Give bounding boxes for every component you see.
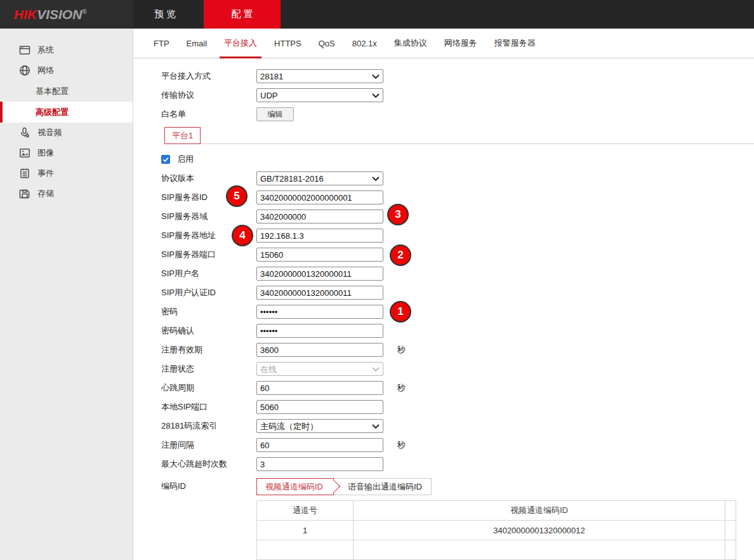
- network-icon: [19, 65, 30, 76]
- sip-username-label: SIP用户名: [161, 268, 256, 279]
- tab-qos[interactable]: QoS: [319, 29, 335, 58]
- sip-server-domain-input[interactable]: [256, 210, 383, 223]
- sip-server-address-input[interactable]: [256, 229, 383, 243]
- sip-server-port-input[interactable]: [256, 248, 383, 262]
- logo-hik: HIK: [14, 7, 37, 22]
- stream-index-28181-label: 28181码流索引: [161, 420, 256, 432]
- tab-email[interactable]: Email: [187, 29, 208, 58]
- sidebar-item-storage[interactable]: 存储: [0, 183, 133, 204]
- sidebar-item-label: 系统: [37, 44, 54, 56]
- sidebar-item-system[interactable]: 系统: [0, 40, 133, 60]
- tab-alarm-server[interactable]: 报警服务器: [494, 29, 536, 58]
- sidebar-item-label: 网络: [37, 65, 54, 76]
- heartbeat-interval-label: 心跳周期: [161, 382, 256, 394]
- table-row[interactable]: 1 34020000001320000012: [257, 521, 736, 540]
- spacer-cell: [725, 521, 736, 540]
- whitelist-edit-button[interactable]: 编辑: [256, 107, 294, 121]
- tab-8021x[interactable]: 802.1x: [352, 29, 377, 58]
- sidebar-item-image[interactable]: 图像: [0, 143, 133, 163]
- sip-server-id-input[interactable]: [256, 190, 383, 204]
- register-validity-input[interactable]: [256, 343, 383, 357]
- sidebar-item-basic-config[interactable]: 基本配置: [0, 81, 133, 102]
- annotation-badge-1: 1: [390, 301, 411, 323]
- annotation-badge-4: 4: [232, 225, 253, 246]
- hikvision-config-page: HIKVISION® 预 览 配 置 系统 网络 基本配置 高级配置 视音频 图…: [0, 0, 754, 560]
- encode-id-tabs: 视频通道编码ID 语音输出通道编码ID: [256, 478, 432, 495]
- whitelist-label: 白名单: [161, 109, 256, 120]
- channel-no-cell: [257, 540, 354, 560]
- sip-username-input[interactable]: [256, 267, 383, 281]
- enable-checkbox[interactable]: [161, 155, 170, 164]
- sidebar-item-audio-video[interactable]: 视音频: [0, 123, 133, 143]
- table-row[interactable]: [257, 540, 736, 560]
- sip-user-auth-id-input[interactable]: [256, 286, 383, 300]
- register-interval-label: 注册间隔: [161, 439, 256, 451]
- top-bar: HIKVISION® 预 览 配 置: [0, 0, 754, 29]
- annotation-badge-5: 5: [226, 185, 248, 207]
- channel-no-header: 通道号: [257, 501, 354, 521]
- tab-audio-output-channel-encode-id[interactable]: 语音输出通道编码ID: [333, 478, 432, 495]
- tab-platform-access[interactable]: 平台接入: [224, 29, 257, 58]
- register-interval-input[interactable]: [256, 438, 383, 452]
- audio-video-icon: [19, 127, 30, 138]
- tab-https[interactable]: HTTPS: [274, 29, 301, 58]
- tab-network-service[interactable]: 网络服务: [444, 29, 477, 58]
- sidebar-item-label: 事件: [37, 168, 54, 179]
- password-label: 密码: [161, 306, 256, 317]
- register-status-select: 在线: [256, 362, 383, 376]
- sidebar-item-network[interactable]: 网络: [0, 60, 133, 81]
- logo-vision: VISION: [37, 7, 82, 22]
- tab-platform-1[interactable]: 平台1: [164, 127, 201, 144]
- sip-server-port-label: SIP服务器端口: [161, 249, 256, 260]
- settings-tabbar: FTP Email 平台接入 HTTPS QoS 802.1x 集成协议 网络服…: [134, 29, 754, 58]
- event-icon: [19, 168, 30, 179]
- password-input[interactable]: [256, 305, 383, 319]
- logo-section: HIKVISION®: [0, 0, 133, 29]
- spacer-cell: [725, 540, 736, 560]
- sip-server-domain-label: SIP服务器域: [161, 211, 256, 222]
- platform-access-form: 平台接入方式 28181 传输协议 UDP 白名单 编辑 平台1: [134, 58, 754, 560]
- password-confirm-label: 密码确认: [161, 325, 256, 337]
- annotation-badge-3: 3: [387, 204, 409, 225]
- main-content: FTP Email 平台接入 HTTPS QoS 802.1x 集成协议 网络服…: [134, 29, 754, 560]
- platform-access-mode-label: 平台接入方式: [161, 70, 256, 82]
- sip-user-auth-id-label: SIP用户认证ID: [161, 287, 256, 298]
- top-tab-preview[interactable]: 预 览: [134, 0, 196, 29]
- tab-ftp[interactable]: FTP: [154, 29, 169, 58]
- transport-protocol-label: 传输协议: [161, 90, 256, 101]
- hikvision-logo: HIKVISION®: [14, 7, 87, 22]
- stream-index-28181-select[interactable]: 主码流（定时）: [256, 419, 383, 433]
- tab-video-channel-encode-id[interactable]: 视频通道编码ID: [256, 478, 334, 495]
- max-heartbeat-timeouts-input[interactable]: [256, 457, 383, 471]
- image-icon: [19, 147, 30, 159]
- local-sip-port-label: 本地SIP端口: [161, 401, 256, 413]
- sidebar-item-label: 基本配置: [36, 86, 69, 97]
- sidebar-item-event[interactable]: 事件: [0, 163, 133, 183]
- register-validity-label: 注册有效期: [161, 344, 256, 356]
- video-channel-encode-id-cell: [354, 540, 725, 560]
- encode-id-table: 通道号 视频通道编码ID 1 34020000001320000012: [256, 500, 754, 560]
- registered-mark: ®: [82, 8, 86, 15]
- spacer-header: [725, 501, 736, 521]
- heartbeat-interval-input[interactable]: [256, 381, 383, 395]
- register-status-label: 注册状态: [161, 363, 256, 375]
- platform-tab-row: 平台1: [161, 127, 754, 144]
- heartbeat-interval-unit: 秒: [397, 382, 406, 394]
- sidebar-item-label: 图像: [37, 147, 54, 159]
- local-sip-port-input[interactable]: [256, 400, 383, 414]
- register-interval-unit: 秒: [397, 439, 406, 451]
- protocol-version-select[interactable]: GB/T28181-2016: [256, 171, 383, 185]
- platform-access-mode-select[interactable]: 28181: [256, 69, 383, 83]
- enable-label: 启用: [177, 154, 194, 165]
- storage-icon: [19, 188, 30, 199]
- tab-integration-protocol[interactable]: 集成协议: [394, 29, 427, 58]
- protocol-version-label: 协议版本: [161, 173, 256, 184]
- sidebar-item-advanced-config[interactable]: 高级配置: [0, 102, 133, 123]
- password-confirm-input[interactable]: [256, 324, 383, 338]
- top-tab-configuration[interactable]: 配 置: [204, 0, 281, 29]
- transport-protocol-select[interactable]: UDP: [256, 88, 383, 102]
- sidebar: 系统 网络 基本配置 高级配置 视音频 图像 事件 存储: [0, 29, 133, 560]
- video-channel-encode-id-header: 视频通道编码ID: [354, 501, 725, 521]
- channel-no-cell: 1: [257, 521, 354, 540]
- max-heartbeat-timeouts-label: 最大心跳超时次数: [161, 458, 256, 470]
